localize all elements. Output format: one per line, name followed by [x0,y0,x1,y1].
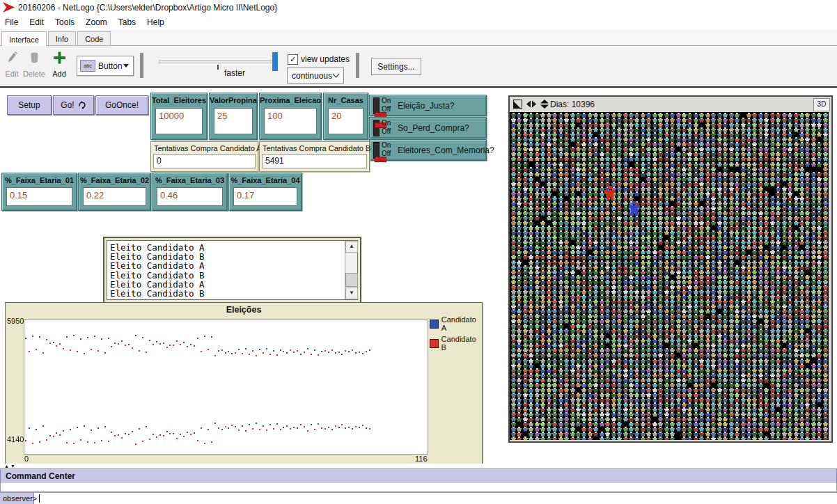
monitor-faixa-etaria-04: %_Faixa_Etaria_04 0.17 [228,173,302,211]
legend-label: Candidato A [441,315,482,332]
menu-tools[interactable]: Tools [49,16,80,29]
menu-zoom[interactable]: Zoom [80,16,113,29]
plot-legend: Candidato A Candidato B [430,315,482,354]
switch-so-perd-compra[interactable]: OnOff So_Perd_Compra? [369,117,487,139]
vertical-arrows-icon[interactable] [540,100,549,109]
update-mode-value: continuous [288,71,332,81]
elections-plot-canvas [24,320,426,452]
scroll-down-icon[interactable]: ▼ [345,288,358,299]
tab-interface[interactable]: Interface [1,31,47,46]
widget-type-chooser[interactable]: abc Button [77,56,134,76]
menu-edit[interactable]: Edit [24,16,49,29]
menu-file[interactable]: File [0,16,24,29]
menu-help[interactable]: Help [141,16,170,29]
monitor-total-eleitores: Total_Eleitores 10000 [150,93,208,140]
elections-plot: Eleições 5950 4140 0 116 Candidato A Can… [5,302,483,464]
world-view-widget: Dias: 10396 3D [508,95,833,443]
delete-label: Delete [22,70,46,78]
view-3d-button[interactable]: 3D [813,98,830,111]
horizontal-arrows-icon[interactable] [526,100,536,109]
monitor-value: 0.17 [233,187,297,206]
switch-on-off-labels: OnOff [382,119,391,136]
world-view-header: Dias: 10396 3D [510,97,831,112]
monitor-label: Proxima_Eleicao [260,93,321,104]
monitor-value: 25 [214,108,253,134]
x-axis-max-label: 116 [415,455,428,463]
tab-code[interactable]: Code [77,31,111,45]
monitor-faixa-etaria-01: %_Faixa_Etaria_01 0.15 [1,173,77,211]
speed-slider-thumb[interactable] [272,52,278,71]
plot-title: Eleições [6,305,482,315]
monitor-value: 5491 [262,154,367,168]
command-prompt-row: observer> [0,492,837,504]
menu-bar: File Edit Tools Zoom Tabs Help [0,15,837,29]
toolbar: Edit Delete Add abc Button faster ✓ view… [0,46,837,86]
update-mode-dropdown[interactable]: continuous [287,68,344,84]
resize-corner-icon[interactable] [513,100,522,109]
tab-info[interactable]: Info [48,31,76,45]
setup-button-label: Setup [18,100,40,110]
toolbar-separator [140,53,143,78]
button-widget-icon: abc [80,60,95,72]
go-button[interactable]: Go! [53,95,94,115]
menu-tabs[interactable]: Tabs [113,16,141,29]
pencil-icon [0,52,24,68]
go-once-button-label: GoOnce! [105,100,139,110]
output-text-area: Eleito Candidato AEleito Candidato BElei… [107,240,358,300]
switch-eleicao-justa[interactable]: OnOff Eleição_Justa? [369,95,487,116]
output-text: Eleito Candidato AEleito Candidato BElei… [110,243,343,298]
y-axis-max-label: 5950 [7,317,24,325]
speed-slider-center-tick [217,65,219,70]
speed-slider-track[interactable] [159,60,274,63]
scrollbar-thumb[interactable] [345,273,358,287]
monitor-tentativas-candidato-b: Tentativas Compra Candidato B 5491 [259,141,370,172]
command-center-output [0,483,837,492]
command-center-title: Command Center [1,471,75,481]
command-center-header[interactable]: Command Center [0,468,837,484]
window-title: 20160206 - NetLogo {C:\Users\elder\Dropb… [18,3,277,13]
forever-refresh-icon [78,101,86,109]
go-once-button[interactable]: GoOnce! [95,95,148,115]
world-view-canvas[interactable] [510,112,829,440]
output-line: Eleito Candidato A [110,261,343,270]
monitor-value: 0 [153,154,256,168]
switch-eleitores-com-memoria[interactable]: OnOff Eleitores_Com_Memoria? [369,139,487,161]
settings-button[interactable]: Settings... [371,58,421,75]
chevron-down-icon [123,64,129,68]
splitter-handle[interactable]: ▲▼ [4,464,17,468]
monitor-value: 20 [328,108,363,134]
view-updates-checkbox[interactable]: ✓ [288,54,298,65]
monitor-label: Total_Eleitores [151,93,207,104]
candidato-a-swatch [430,320,439,329]
monitor-label: %_Faixa_Etaria_01 [2,173,77,184]
legend-item-candidato-b: Candidato B [430,335,482,352]
text-cursor [39,494,40,503]
monitor-value: 100 [264,108,317,134]
switch-track [373,97,380,114]
x-axis-min-label: 0 [24,455,29,463]
observer-prompt-button[interactable]: observer> [0,493,34,504]
monitor-label: ValorPropina [210,93,257,104]
monitor-value: 10000 [155,108,203,134]
edit-widget-button[interactable]: Edit [0,52,24,78]
trash-icon [22,52,46,68]
command-input[interactable] [35,493,837,504]
edit-label: Edit [0,70,24,78]
monitor-value: 0.15 [6,187,72,206]
monitor-faixa-etaria-03: %_Faixa_Etaria_03 0.46 [152,173,228,211]
command-center: ▲▼ Command Center observer> [0,464,837,504]
scroll-up-icon[interactable]: ▲ [345,241,358,253]
setup-button[interactable]: Setup [7,95,52,115]
monitor-value: 0.46 [157,187,223,206]
add-widget-button[interactable]: Add [47,52,71,78]
switch-label: Eleição_Justa? [398,95,454,116]
netlogo-window: 20160206 - NetLogo {C:\Users\elder\Dropb… [0,0,837,504]
output-scrollbar[interactable]: ▲ ▼ [345,241,357,299]
delete-widget-button[interactable]: Delete [22,52,46,78]
monitor-label: %_Faixa_Etaria_02 [79,173,150,184]
chevron-down-icon [332,73,340,78]
monitor-valor-propina: ValorPropina 25 [209,93,258,140]
view-updates-label: view updates [301,54,350,64]
title-bar: 20160206 - NetLogo {C:\Users\elder\Dropb… [0,0,837,15]
y-axis-min-label: 4140 [7,435,24,443]
